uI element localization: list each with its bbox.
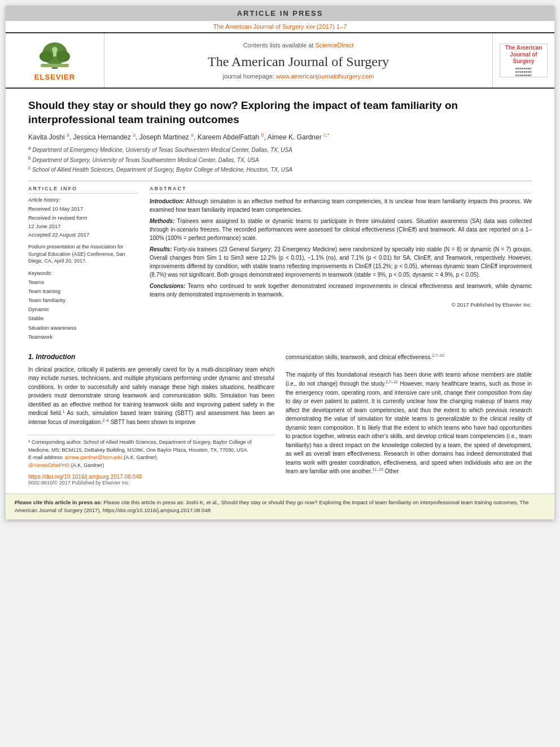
- svg-rect-6: [41, 64, 69, 67]
- abstract-copyright: © 2017 Published by Elsevier Inc.: [150, 302, 532, 308]
- keywords-list: Teams Team training Team familiarity Dyn…: [28, 278, 138, 342]
- sciencedirect-link[interactable]: ScienceDirect: [315, 42, 353, 49]
- journal-logo-box: The AmericanJournal of Surgery ■■■■■■■■■…: [500, 43, 548, 77]
- svg-rect-5: [53, 52, 56, 56]
- svg-point-4: [52, 47, 58, 53]
- intro-right-column: communication skills, teamwork, and clin…: [286, 353, 532, 486]
- abstract-header: ABSTRACT: [150, 186, 532, 194]
- intro-left-column: 1. Introduction In clinical practice, cr…: [28, 353, 274, 486]
- article-title: Should they stay or should they go now? …: [28, 99, 532, 126]
- issn-line: 0002-9610/© 2017 Published by Elsevier I…: [28, 480, 274, 486]
- doi-link[interactable]: https://doi.org/10.1016/j.amjsurg.2017.0…: [28, 474, 142, 480]
- section-title: 1. Introduction: [28, 353, 274, 361]
- elsevier-tree-icon: [29, 40, 80, 71]
- article-history-dates: Received 10 May 2017 Received in revised…: [28, 204, 138, 239]
- journal-header: ELSEVIER Contents lists available at Sci…: [6, 32, 554, 89]
- conference-note: Podium presentation at the Association f…: [28, 243, 138, 265]
- svg-point-3: [56, 51, 70, 62]
- keywords-label: Keywords:: [28, 270, 138, 276]
- keywords-section: Keywords: Teams Team training Team famil…: [28, 270, 138, 342]
- doi-line: https://doi.org/10.1016/j.amjsurg.2017.0…: [28, 474, 274, 480]
- elsevier-label: ELSEVIER: [34, 73, 75, 81]
- article-history-label: Article history:: [28, 197, 138, 203]
- journal-homepage-line: journal homepage: www.americanjournalofs…: [223, 73, 374, 80]
- journal-center: Contents lists available at ScienceDirec…: [104, 33, 492, 88]
- elsevier-logo: ELSEVIER: [6, 33, 104, 88]
- intro-body-left: In clinical practice, critically ill pat…: [28, 365, 274, 427]
- footnote-corresponding: * Corresponding author. School of Allied…: [28, 439, 274, 454]
- footnote-email: E-mail address: aimee.gardner@bcm.edu (A…: [28, 454, 274, 462]
- article-info-column: ARTICLE INFO Article history: Received 1…: [28, 186, 138, 342]
- sciencedirect-line: Contents lists available at ScienceDirec…: [243, 42, 354, 49]
- email-link[interactable]: aimee.gardner@bcm.edu: [65, 455, 123, 460]
- abstract-column: ABSTRACT Introduction: Although simulati…: [150, 186, 532, 342]
- intro-body-right: communication skills, teamwork, and clin…: [286, 353, 532, 476]
- two-col-layout: ARTICLE INFO Article history: Received 1…: [28, 186, 532, 342]
- article-content: Should they stay or should they go now? …: [6, 89, 554, 493]
- affiliations: a Department of Emergency Medicine, Univ…: [28, 145, 532, 174]
- svg-point-2: [40, 51, 53, 62]
- homepage-url[interactable]: www.americanjournalofsurgery.com: [276, 73, 374, 80]
- authors-line: Kavita Joshi a, Jessica Hernandez a, Jos…: [28, 132, 532, 141]
- journal-ref-line: The American Journal of Surgery xxx (201…: [6, 21, 554, 32]
- journal-title: The American Journal of Surgery: [208, 54, 389, 69]
- footnotes-area: * Corresponding author. School of Allied…: [28, 435, 274, 469]
- article-info-header: ARTICLE INFO: [28, 186, 138, 194]
- introduction-section: 1. Introduction In clinical practice, cr…: [28, 353, 532, 486]
- journal-right-logo: The AmericanJournal of Surgery ■■■■■■■■■…: [492, 33, 554, 88]
- twitter-handle[interactable]: @AimeeGthePHD: [28, 462, 69, 468]
- abstract-text: Introduction: Although simulation is an …: [150, 197, 532, 299]
- footnote-twitter: @AimeeGthePHD (A.K. Gardner): [28, 462, 274, 470]
- aip-banner: ARTICLE IN PRESS: [6, 6, 554, 21]
- citation-bar: Please cite this article in press as: Pl…: [6, 493, 554, 519]
